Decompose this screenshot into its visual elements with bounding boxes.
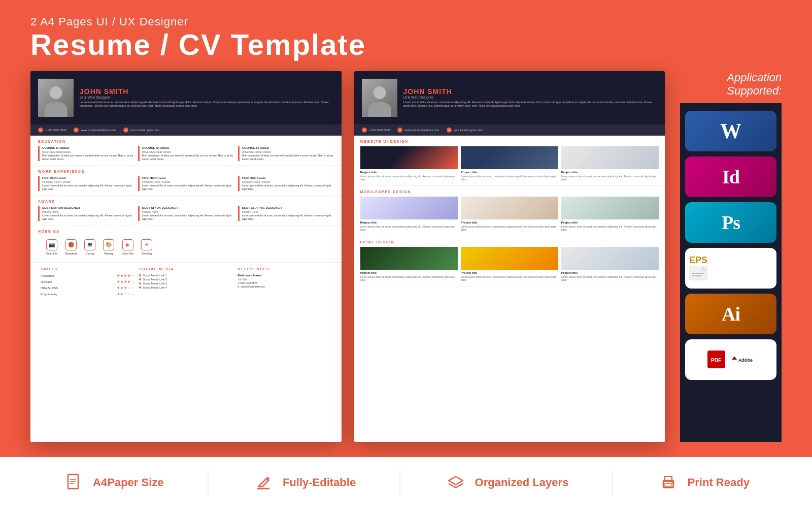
cv-title-2: UI & Web Designer (403, 96, 658, 99)
eps-doc-svg (689, 266, 715, 281)
feature-layers-label: Organized Layers (475, 476, 569, 489)
edu-desc-2: Brief description of what you learned/ s… (242, 154, 334, 161)
award-name-0: BEST MOTION DESIGNER (42, 206, 134, 209)
photoshop-letter: Ps (722, 211, 740, 234)
print-img-0 (360, 247, 458, 270)
apps-sidebar: ApplicationSupported: W Id Ps EPS (680, 71, 782, 442)
header-title: Resume / CV Template (30, 28, 782, 61)
hobby-video: ▶ Video Edit (122, 239, 133, 255)
feature-editable-label: Fully-Editable (283, 476, 356, 489)
star-empty: ★ (124, 292, 127, 296)
work-pos-0: POSITION HELD (42, 176, 134, 179)
star: ★ (120, 286, 123, 290)
print-img-2 (561, 247, 659, 270)
cv-bio-1: Lorem ipsum dolor sit amet, consectetur … (80, 101, 334, 108)
star: ★ (120, 274, 123, 278)
skills-col: SKILLS Photoshop ★ ★ ★ ★ ★ Illustrator (38, 267, 137, 298)
website-item-0: Project title Lorem ipsum dolor sit amet… (360, 146, 458, 181)
print-item-0: Project title Lorem ipsum dolor sit amet… (360, 247, 458, 282)
svg-marker-11 (449, 477, 463, 485)
main-content: JOHN SMITH UI & Web Designer Lorem ipsum… (0, 71, 812, 442)
edu-item-1: COURSE STUDIED University/College Detail… (138, 146, 234, 161)
award-item-0: BEST MOTION DESIGNER Industry Name Lorem… (38, 206, 134, 221)
star-empty: ★ (131, 280, 134, 284)
painting-icon: 🎨 (103, 239, 114, 250)
feature-print: Print Ready (657, 471, 750, 494)
references-col: REFERENCES Reference Name Job Title T: 0… (235, 267, 333, 298)
cv-contact-bar-1: ☏ + 000 0000 0000 ✉ www.youremailaddress… (30, 124, 342, 136)
star-empty: ★ (131, 286, 134, 290)
print-proj-desc-0: Lorem ipsum dolor sit amet, consectetur … (360, 275, 458, 282)
social-title: SOCIAL MEDIA (139, 267, 232, 271)
cv-header-info-1: JOHN SMITH UI & Web Designer Lorem ipsum… (80, 87, 334, 108)
svg-rect-0 (689, 266, 707, 280)
award-bar-0 (38, 206, 40, 221)
header-subtitle: 2 A4 Pages UI / UX Designer (30, 15, 782, 28)
star: ★ (120, 280, 123, 284)
website-item-1: Project title Lorem ipsum dolor sit amet… (461, 146, 558, 181)
work-item-1: POSITION HELD Company Name / Details Lor… (138, 176, 234, 191)
star-empty: ★ (127, 292, 130, 296)
divider-1 (208, 470, 209, 495)
feature-print-label: Print Ready (688, 476, 750, 489)
location-icon-1: ⊕ (123, 128, 128, 133)
mobile-img-0 (360, 197, 458, 219)
website-img-2 (561, 146, 659, 169)
apps-title: ApplicationSupported: (680, 71, 782, 98)
adobe-logo-svg: Adobe (729, 355, 755, 365)
print-proj-desc-2: Lorem ipsum dolor sit amet, consectetur … (561, 275, 659, 282)
cv-title-1: UI & Web Designer (80, 96, 334, 99)
contact-location-1: ⊕ your location goes here (123, 128, 159, 133)
illustrator-letter: Ai (722, 303, 740, 325)
edu-title-2: COURSE STUDIED (242, 146, 334, 149)
mobile-img-2 (561, 197, 659, 219)
edu-title-1: COURSE STUDIED (142, 146, 234, 149)
social-item-3: Social Media Link 4 (139, 286, 232, 289)
contact-phone-2: ☏ + 000 0000 0000 (362, 128, 390, 133)
award-grid: BEST MOTION DESIGNER Industry Name Lorem… (38, 206, 334, 221)
star: ★ (127, 280, 130, 284)
coding-icon: 💻 (84, 239, 95, 250)
print-icon (657, 471, 680, 494)
mobile-proj-desc-0: Lorem ipsum dolor sit amet, consectetur … (360, 225, 458, 232)
skill-stars-3: ★ ★ ★ ★ ★ (117, 292, 134, 296)
avatar-img-1 (38, 79, 74, 117)
mobile-item-2: Project title Lorem ipsum dolor sit amet… (561, 197, 659, 232)
work-pos-2: POSITION HELD (242, 176, 334, 179)
photo-icon: 📷 (46, 239, 57, 250)
website-proj-desc-0: Lorem ipsum dolor sit amet, consectetur … (360, 175, 458, 181)
feature-layers: Organized Layers (445, 471, 569, 494)
website-grid: Project title Lorem ipsum dolor sit amet… (360, 146, 659, 181)
mobile-proj-title-1: Project title (461, 221, 558, 224)
print-img-1 (461, 247, 558, 270)
apps-panel: W Id Ps EPS Ai (680, 103, 782, 442)
skill-name-1: Illustrator (41, 280, 52, 283)
award-ind-1: Industry Name (142, 210, 234, 213)
layers-icon (445, 471, 467, 494)
mobile-proj-title-2: Project title (561, 221, 659, 224)
award-item-1: BEST UI / UX DESIGNER Industry Name Lore… (138, 206, 234, 221)
print-item-1: Project title Lorem ipsum dolor sit amet… (461, 247, 558, 282)
work-content-1: POSITION HELD Company Name / Details Lor… (142, 176, 234, 191)
hobby-painting-label: Painting (104, 252, 113, 255)
skill-name-2: HTML5 / CSS (41, 287, 58, 290)
star: ★ (117, 280, 120, 284)
bottom-bar: A4Paper Size Fully-Editable Organized La… (0, 457, 812, 508)
cv-page2-header: JOHN SMITH UI & Web Designer Lorem ipsum… (354, 71, 665, 124)
social-col: SOCIAL MEDIA Social Media Link 1 Social … (137, 267, 235, 298)
edu-sub-2: University/College Details (242, 150, 334, 153)
social-dot-0 (139, 274, 141, 276)
skill-programming: Programming ★ ★ ★ ★ ★ (41, 292, 134, 296)
ref-name: Reference Name (238, 274, 331, 277)
avatar-2 (362, 79, 397, 117)
mobile-grid: Project title Lorem ipsum dolor sit amet… (360, 197, 659, 232)
contact-email-2: ✉ www.youremailaddress.com (397, 128, 439, 133)
star: ★ (117, 292, 120, 296)
editable-icon (252, 471, 275, 494)
skill-stars-2: ★ ★ ★ ★ ★ (117, 286, 134, 290)
work-bar-2 (238, 176, 240, 191)
svg-text:Adobe: Adobe (738, 358, 753, 363)
social-dot-1 (139, 278, 141, 280)
pdf-box: PDF (707, 351, 725, 368)
cv-page-1: JOHN SMITH UI & Web Designer Lorem ipsum… (30, 71, 342, 442)
